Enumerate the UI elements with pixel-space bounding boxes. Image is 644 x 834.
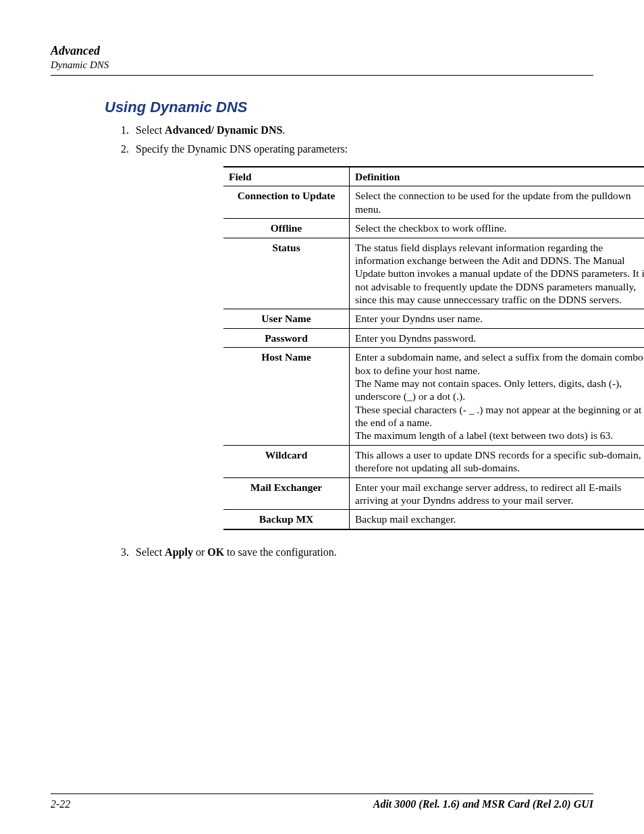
- table-row: Wildcard This allows a user to update DN…: [223, 445, 644, 477]
- page-number: 2-22: [51, 798, 70, 810]
- def-host-name-p1: Enter a subdomain name, and select a suf…: [355, 350, 644, 377]
- def-mail-exchanger: Enter your mail exchange server address,…: [350, 477, 645, 510]
- step-3-text-prefix: Select: [136, 546, 165, 558]
- step-3-bold1: Apply: [165, 546, 193, 558]
- table-header-row: Field Definition: [223, 167, 644, 186]
- step-3-bold2: OK: [207, 546, 224, 558]
- definitions-table: Field Definition Connection to Update Se…: [223, 166, 644, 530]
- field-host-name: Host Name: [223, 348, 350, 446]
- step-2: Specify the Dynamic DNS operating parame…: [132, 143, 593, 530]
- section-title: Using Dynamic DNS: [105, 99, 593, 116]
- step-1-bold: Advanced/ Dynamic DNS: [165, 124, 282, 136]
- table-row: Host Name Enter a subdomain name, and se…: [223, 348, 644, 446]
- def-wildcard: This allows a user to update DNS records…: [350, 445, 645, 477]
- def-status: The status field displays relevant infor…: [350, 238, 645, 309]
- table-row: User Name Enter your Dyndns user name.: [223, 309, 644, 328]
- def-offline: Select the checkbox to work offline.: [350, 219, 645, 238]
- table-row: Status The status field displays relevan…: [223, 238, 644, 309]
- page-footer: 2-22 Adit 3000 (Rel. 1.6) and MSR Card (…: [51, 793, 593, 810]
- def-backup-mx: Backup mail exchanger.: [350, 510, 645, 529]
- field-status: Status: [223, 238, 350, 309]
- field-connection-to-update: Connection to Update: [223, 186, 350, 219]
- table-row: Password Enter you Dyndns password.: [223, 328, 644, 347]
- def-password: Enter you Dyndns password.: [350, 328, 645, 347]
- step-3-text-mid: or: [193, 546, 207, 558]
- step-3: Select Apply or OK to save the configura…: [132, 546, 593, 558]
- step-1: Select Advanced/ Dynamic DNS.: [132, 124, 593, 136]
- field-offline: Offline: [223, 219, 350, 238]
- field-user-name: User Name: [223, 309, 350, 328]
- step-1-text-prefix: Select: [136, 124, 165, 136]
- def-host-name-p4: The maximum length of a label (text betw…: [355, 429, 644, 442]
- step-3-text-suffix: to save the configuration.: [224, 546, 337, 558]
- field-wildcard: Wildcard: [223, 445, 350, 477]
- header-chapter: Advanced: [51, 44, 593, 58]
- step-2-text: Specify the Dynamic DNS operating parame…: [136, 143, 348, 155]
- header-section: Dynamic DNS: [51, 59, 593, 76]
- def-connection-to-update: Select the connection to be used for the…: [350, 186, 645, 219]
- footer-text: Adit 3000 (Rel. 1.6) and MSR Card (Rel 2…: [373, 798, 593, 810]
- table-row: Backup MX Backup mail exchanger.: [223, 510, 644, 529]
- def-host-name-p3: These special characters (- _ .) may not…: [355, 403, 644, 429]
- steps-list: Select Advanced/ Dynamic DNS. Specify th…: [132, 124, 593, 558]
- step-1-text-suffix: .: [282, 124, 285, 136]
- table-row: Mail Exchanger Enter your mail exchange …: [223, 477, 644, 510]
- col-definition: Definition: [350, 167, 645, 186]
- page: Advanced Dynamic DNS Using Dynamic DNS S…: [0, 0, 644, 834]
- table-row: Connection to Update Select the connecti…: [223, 186, 644, 219]
- def-host-name-p2: The Name may not contain spaces. Only le…: [355, 377, 644, 403]
- table-row: Offline Select the checkbox to work offl…: [223, 219, 644, 238]
- field-mail-exchanger: Mail Exchanger: [223, 477, 350, 510]
- field-password: Password: [223, 328, 350, 347]
- def-user-name: Enter your Dyndns user name.: [350, 309, 645, 328]
- def-host-name: Enter a subdomain name, and select a suf…: [350, 348, 645, 446]
- field-backup-mx: Backup MX: [223, 510, 350, 529]
- col-field: Field: [223, 167, 350, 186]
